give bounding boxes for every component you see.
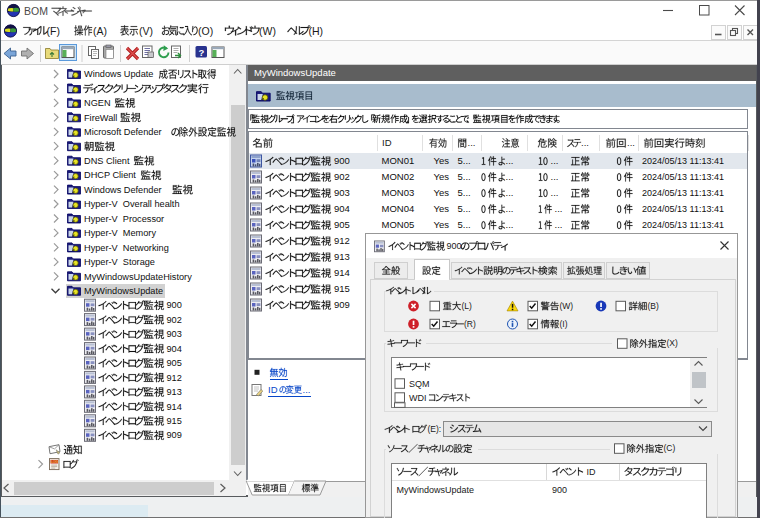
svg-text:?: ? (199, 47, 205, 58)
